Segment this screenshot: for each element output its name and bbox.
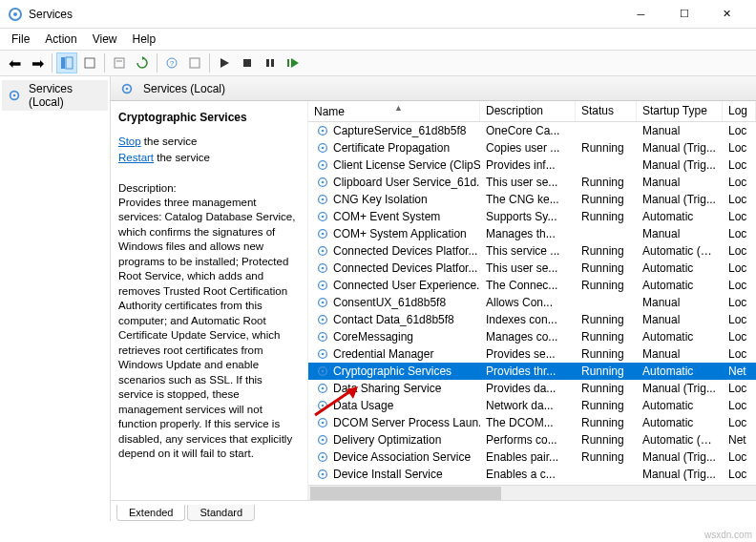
restart-service-button[interactable]: [283, 52, 304, 73]
service-icon: [316, 347, 329, 361]
service-row[interactable]: COM+ System ApplicationManages th...Manu…: [308, 225, 756, 242]
col-logon[interactable]: Log: [723, 101, 756, 121]
service-row[interactable]: ConsentUX_61d8b5f8Allows Con...ManualLoc: [308, 294, 756, 311]
tree-root-item[interactable]: Services (Local): [2, 80, 108, 111]
restart-link[interactable]: Restart: [118, 152, 154, 163]
service-desc: OneCore Ca...: [480, 124, 576, 137]
description-text: Provides three management services: Cata…: [118, 196, 300, 462]
service-status: Running: [576, 416, 637, 429]
service-name: Client License Service (ClipS...: [333, 158, 480, 172]
service-row[interactable]: Contact Data_61d8b5f8Indexes con...Runni…: [308, 311, 756, 328]
service-row[interactable]: Cryptographic ServicesProvides thr...Run…: [308, 363, 756, 380]
svg-point-58: [322, 439, 325, 442]
start-service-button[interactable]: [214, 52, 235, 73]
minimize-button[interactable]: ─: [620, 1, 662, 28]
svg-point-54: [322, 405, 325, 407]
svg-point-62: [322, 473, 325, 476]
services-app-icon: [8, 7, 23, 22]
service-row[interactable]: Credential ManagerProvides se...RunningM…: [308, 345, 756, 363]
service-icon: [316, 330, 329, 344]
service-status: Running: [576, 279, 637, 292]
svg-point-46: [322, 336, 325, 339]
show-hide-tree-button[interactable]: [56, 52, 77, 73]
horizontal-scrollbar[interactable]: [308, 485, 756, 500]
svg-point-50: [322, 370, 325, 373]
service-row[interactable]: Data UsageNetwork da...RunningAutomaticL…: [308, 397, 756, 414]
selected-service-title: Cryptographic Services: [118, 111, 300, 124]
maximize-button[interactable]: ☐: [662, 1, 705, 28]
menu-action[interactable]: Action: [37, 31, 84, 48]
service-row[interactable]: Connected Devices Platfor...This service…: [308, 242, 756, 260]
service-status: Running: [576, 450, 637, 464]
service-row[interactable]: Device Association ServiceEnables pair..…: [308, 448, 756, 466]
menu-view[interactable]: View: [85, 31, 125, 48]
service-startup: Manual (Trig...: [637, 158, 723, 172]
svg-point-44: [322, 319, 325, 322]
help-button[interactable]: ?: [161, 52, 182, 73]
tree-root-label: Services (Local): [29, 82, 104, 109]
tree-pane[interactable]: Services (Local): [0, 76, 111, 521]
service-status: Running: [576, 141, 637, 155]
options-button[interactable]: [184, 52, 205, 73]
refresh-button[interactable]: [132, 52, 153, 73]
service-name: ConsentUX_61d8b5f8: [333, 296, 446, 309]
svg-point-56: [322, 422, 325, 425]
scrollbar-thumb[interactable]: [310, 487, 501, 500]
rows-container[interactable]: CaptureService_61d8b5f8OneCore Ca...Manu…: [308, 122, 756, 485]
svg-point-30: [322, 198, 325, 201]
svg-rect-13: [266, 59, 269, 67]
service-row[interactable]: Connected User Experience...The Connec..…: [308, 277, 756, 294]
service-desc: Provides thr...: [480, 365, 576, 378]
service-row[interactable]: Device Install ServiceEnables a c...Manu…: [308, 466, 756, 483]
service-icon: [316, 176, 329, 189]
service-startup: Manual: [637, 313, 723, 326]
service-startup: Manual (Trig...: [637, 141, 723, 155]
service-desc: The CNG ke...: [480, 193, 576, 206]
service-startup: Automatic: [637, 416, 723, 429]
col-status[interactable]: Status: [576, 101, 637, 121]
forward-button[interactable]: ➡: [27, 52, 48, 73]
service-row[interactable]: Certificate PropagationCopies user ...Ru…: [308, 139, 756, 156]
col-startup[interactable]: Startup Type: [637, 101, 723, 121]
service-name: CaptureService_61d8b5f8: [333, 124, 466, 137]
service-status: Running: [576, 176, 637, 189]
col-description[interactable]: Description: [480, 101, 576, 121]
back-button[interactable]: ⬅: [4, 52, 25, 73]
service-row[interactable]: CNG Key IsolationThe CNG ke...RunningMan…: [308, 191, 756, 208]
tab-extended[interactable]: Extended: [116, 505, 185, 521]
service-row[interactable]: CaptureService_61d8b5f8OneCore Ca...Manu…: [308, 122, 756, 139]
service-startup: Manual: [637, 227, 723, 240]
service-row[interactable]: Client License Service (ClipS...Provides…: [308, 156, 756, 174]
service-row[interactable]: Connected Devices Platfor...This user se…: [308, 260, 756, 277]
service-logon: Net: [723, 433, 756, 447]
service-desc: Provides se...: [480, 347, 576, 361]
pause-service-button[interactable]: [260, 52, 281, 73]
svg-point-20: [126, 87, 129, 90]
header-icon: [120, 82, 134, 95]
service-row[interactable]: Data Sharing ServiceProvides da...Runnin…: [308, 380, 756, 397]
service-desc: The DCOM...: [480, 416, 576, 429]
service-row[interactable]: Clipboard User Service_61d...This user s…: [308, 174, 756, 191]
menu-file[interactable]: File: [4, 31, 37, 48]
menu-help[interactable]: Help: [125, 31, 164, 48]
service-status: Running: [576, 313, 637, 326]
export-button[interactable]: [79, 52, 100, 73]
properties-button[interactable]: [109, 52, 130, 73]
service-icon: [316, 416, 329, 429]
service-desc: Enables a c...: [480, 468, 576, 481]
service-startup: Automatic: [637, 365, 723, 378]
service-status: Running: [576, 365, 637, 378]
service-row[interactable]: CoreMessagingManages co...RunningAutomat…: [308, 328, 756, 345]
tab-standard[interactable]: Standard: [187, 505, 255, 521]
stop-service-button[interactable]: [237, 52, 258, 73]
svg-point-18: [13, 94, 16, 97]
service-desc: Performs co...: [480, 433, 576, 447]
services-node-icon: [8, 89, 21, 102]
service-row[interactable]: COM+ Event SystemSupports Sy...RunningAu…: [308, 208, 756, 225]
service-row[interactable]: Delivery OptimizationPerforms co...Runni…: [308, 431, 756, 448]
service-row[interactable]: DCOM Server Process Laun...The DCOM...Ru…: [308, 414, 756, 431]
stop-link[interactable]: Stop: [118, 136, 141, 147]
service-logon: Loc: [723, 382, 756, 395]
service-icon: [316, 124, 329, 137]
close-button[interactable]: ✕: [705, 1, 748, 28]
